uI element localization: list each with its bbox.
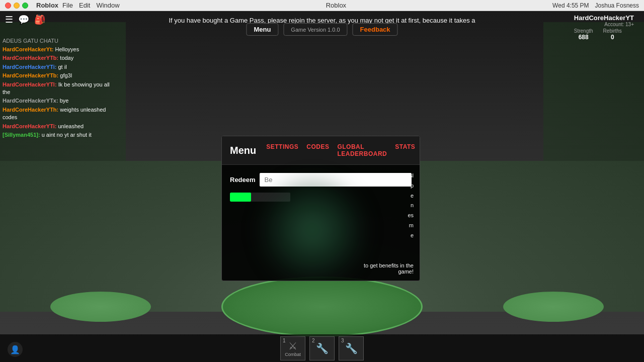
list-item: HardCoreHackerYTl: Ik be showing you all…: [3, 81, 113, 97]
hotbar-slot-2[interactable]: 2 🔧: [309, 336, 335, 360]
nav-stats[interactable]: STATS: [395, 141, 415, 159]
list-item: HardCoreHackerYTh: weights unleashed cod…: [3, 106, 113, 122]
title-bar-right: Wed 4:55 PM Joshua Fosness: [552, 2, 639, 9]
chat-username: HardCoreHackerYTb:: [3, 72, 58, 78]
bag-icon[interactable]: 🎒: [34, 14, 45, 25]
menu-dialog: Menu SETTINGS CODES GLOBALLEADERBOARD ST…: [221, 136, 420, 281]
progress-bar-fill: [230, 193, 251, 202]
chat-username: HardCoreHackerYTi:: [3, 64, 56, 70]
chat-text: unleashed: [58, 123, 84, 129]
slot-number: 3: [341, 338, 344, 343]
list-item: HardCoreHackerYTi: unleashed: [3, 123, 113, 130]
window-menu[interactable]: Window: [96, 2, 119, 9]
list-item: HardCoreHackerYTi: gt il: [3, 63, 113, 71]
window-title: Roblox: [326, 2, 346, 9]
hamburger-menu-icon[interactable]: ☰: [5, 14, 13, 25]
game-version-button[interactable]: Game Version 1.0.0: [283, 23, 347, 36]
strength-stat: Strength 688: [574, 28, 593, 41]
traffic-lights: [5, 3, 28, 9]
chat-icon[interactable]: 💬: [18, 14, 29, 25]
menu-dialog-title: Menu: [230, 145, 256, 156]
menu-nav: SETTINGS CODES GLOBALLEADERBOARD STATS U…: [266, 141, 420, 159]
list-item: [Sillyman451]: u aint no yt ar shut it: [3, 131, 113, 138]
chat-panel: ADEUS GATU CHATU HardCoreHackerYt: Hello…: [3, 38, 113, 138]
platform-left: [50, 292, 151, 322]
system-time: Wed 4:55 PM: [552, 2, 589, 9]
chat-text: u aint no yt ar shut it: [42, 132, 92, 138]
edit-menu[interactable]: Edit: [79, 2, 90, 9]
right-text-line: e: [408, 191, 414, 201]
slot-2-icon: 🔧: [316, 342, 329, 354]
chat-username: HardCoreHackerYTi:: [3, 123, 56, 129]
chat-username: [Sillyman451]:: [3, 132, 40, 138]
minimize-button[interactable]: [14, 3, 20, 9]
hotbar-slot-3[interactable]: 3 🔧: [339, 336, 364, 360]
nav-settings[interactable]: SETTINGS: [266, 141, 298, 159]
chat-username: HardCoreHackerYt:: [3, 46, 53, 52]
menu-header: Menu SETTINGS CODES GLOBALLEADERBOARD ST…: [222, 136, 420, 165]
code-input[interactable]: [260, 173, 412, 187]
slot-3-icon: 🔧: [345, 342, 358, 354]
chat-messages: HardCoreHackerYt: Helloyyes HardCoreHack…: [3, 46, 113, 138]
feedback-button[interactable]: Feedback: [353, 23, 398, 36]
rebirths-value: 0: [603, 34, 622, 41]
top-left-icons: ☰ 💬 🎒: [5, 14, 45, 25]
chat-text: bye: [60, 98, 69, 104]
player-stats: HardCoreHackerYT Account: 13+ Strength 6…: [574, 14, 634, 41]
stats-row: Strength 688 Rebirths 0: [574, 28, 634, 41]
platform-main: [221, 277, 423, 337]
mac-menu: File Edit Window: [62, 2, 120, 9]
strength-value: 688: [574, 34, 593, 41]
list-item: HardCoreHackerYTb: gfg3l: [3, 72, 113, 79]
app-name: Roblox: [36, 2, 58, 9]
list-item: HardCoreHackerYt: Helloyyes: [3, 46, 113, 53]
maximize-button[interactable]: [22, 3, 28, 9]
list-item: HardCoreHackerYTb: today: [3, 54, 113, 62]
system-user: Joshua Fosness: [595, 2, 639, 9]
nav-global-leaderboard[interactable]: GLOBALLEADERBOARD: [337, 141, 387, 159]
nav-codes[interactable]: CODES: [306, 141, 329, 159]
rebirths-label: Rebirths: [603, 28, 622, 34]
avatar-icon[interactable]: 👤: [8, 342, 23, 357]
chat-text: today: [60, 55, 73, 61]
chat-username: HardCoreHackerYTh:: [3, 107, 58, 113]
redeem-label: Redeem: [230, 176, 256, 184]
chat-username: HardCoreHackerYTb:: [3, 55, 58, 61]
close-button[interactable]: [5, 3, 11, 9]
rebirths-stat: Rebirths 0: [603, 28, 622, 41]
top-buttons: Menu Game Version 1.0.0 Feedback: [246, 23, 397, 36]
right-text-line: es: [408, 211, 414, 221]
bottom-right-text: to get benefits in thegame!: [364, 262, 414, 275]
strength-label: Strength: [574, 28, 593, 34]
slot-label: Combat: [285, 352, 301, 357]
chat-username: HardCoreHackerYTx:: [3, 98, 58, 104]
chat-text: Helloyyes: [55, 46, 79, 52]
menu-button[interactable]: Menu: [246, 23, 278, 36]
menu-right-text: sl p e n es m e: [408, 171, 414, 241]
file-menu[interactable]: File: [62, 2, 73, 9]
chat-header-label: ADEUS GATU CHATU: [3, 38, 113, 44]
chat-username: HardCoreHackerYTl:: [3, 81, 57, 87]
combat-icon: ⚔: [288, 340, 297, 352]
title-bar: Roblox File Edit Window Roblox Wed 4:55 …: [0, 0, 644, 11]
platform-right: [503, 292, 604, 322]
right-text-line: m: [408, 221, 414, 231]
avatar-symbol: 👤: [10, 345, 20, 354]
slot-number: 1: [283, 338, 286, 343]
chat-text: gt il: [58, 64, 66, 70]
hotbar-slot-1[interactable]: 1 ⚔ Combat: [280, 336, 305, 360]
chat-text: gfg3l: [60, 72, 72, 78]
hotbar: 1 ⚔ Combat 2 🔧 3 🔧: [0, 334, 644, 362]
list-item: HardCoreHackerYTx: bye: [3, 97, 113, 105]
right-text-line: sl: [408, 171, 414, 181]
player-account: Account: 13+: [574, 22, 634, 27]
menu-content: Redeem sl p e n es m e to get benefits i…: [222, 165, 420, 281]
right-text-line: n: [408, 201, 414, 211]
player-username: HardCoreHackerYT: [574, 14, 634, 22]
right-text-line: e: [408, 231, 414, 241]
right-text-line: p: [408, 181, 414, 191]
blur-overlay: [262, 180, 363, 281]
slot-number: 2: [312, 338, 315, 343]
